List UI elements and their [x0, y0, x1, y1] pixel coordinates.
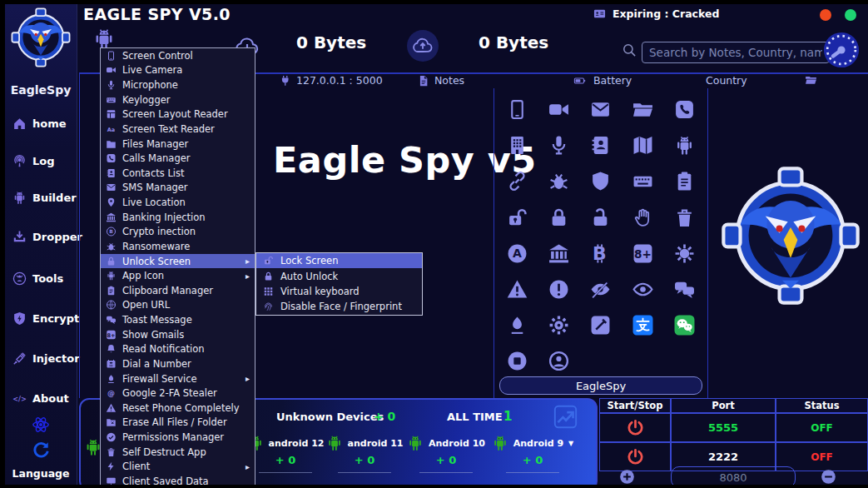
eye-icon[interactable] [632, 279, 653, 300]
menu-item-app-icon[interactable]: App Icon▸ [101, 268, 255, 283]
refresh-icon[interactable] [32, 441, 50, 459]
gauge-icon[interactable] [822, 31, 861, 69]
panel-footer-label[interactable]: EagleSpy [499, 376, 702, 395]
user-circle-icon[interactable] [548, 351, 569, 371]
status-dot-green[interactable] [845, 9, 856, 21]
mic-icon[interactable] [548, 135, 569, 156]
menu-item-banking-injection[interactable]: Banking Injection [101, 210, 255, 225]
chat-icon[interactable] [674, 279, 695, 300]
menu-item-unlock-screen[interactable]: Unlock Screen▸ [101, 254, 255, 269]
sidebar-item-log[interactable]: Log [12, 154, 55, 168]
menu-item-firewall-service[interactable]: Firewall Service▸ [101, 371, 255, 386]
contacts-icon[interactable] [590, 135, 611, 156]
start-stop-button[interactable] [599, 413, 671, 442]
trash-icon[interactable] [674, 207, 695, 228]
video-icon[interactable] [548, 99, 569, 120]
sidebar-item-builder[interactable]: Builder [12, 191, 77, 205]
sidebar-item-tools[interactable]: Tools [12, 271, 63, 286]
menu-item-live-location[interactable]: Live Location [101, 195, 255, 210]
menu-item-client[interactable]: Client▸ [101, 460, 255, 475]
menu-item-read-notification[interactable]: Read Notification [101, 342, 255, 357]
tablet-icon[interactable] [507, 99, 528, 120]
menu-item-erase-all-files-folder[interactable]: Erase All Files / Folder [101, 416, 255, 431]
column-notes[interactable]: Notes [418, 74, 464, 87]
remove-port-button[interactable] [821, 469, 836, 485]
menu-item-permissions-manager[interactable]: Permissions Manager [101, 430, 255, 445]
flame-icon[interactable] [507, 315, 528, 336]
menu-item-google-2-fa-stealer[interactable]: @Google 2-FA Stealer [101, 386, 255, 401]
menu-item-screen-layout-reader[interactable]: Screen Layout Reader [101, 107, 255, 122]
edit-icon[interactable] [590, 315, 611, 336]
atom-icon[interactable] [32, 416, 50, 434]
menu-item-open-url[interactable]: Open URL [101, 298, 255, 313]
status-dot-red[interactable] [820, 9, 831, 21]
menu-item-clipboard-manager[interactable]: Clipboard Manager [101, 283, 255, 298]
add-port-button[interactable] [619, 469, 635, 485]
column-server[interactable]: 127.0.0.1 : 5000 [280, 74, 383, 87]
menu-item-reset-phone-completely[interactable]: Reset Phone Completely [101, 401, 255, 416]
sidebar-item-encrypt[interactable]: Encrypt [12, 311, 79, 326]
virus-icon[interactable] [674, 243, 695, 264]
android-icon[interactable] [674, 135, 695, 156]
wechat-icon[interactable] [674, 315, 695, 336]
menu-item-contacts-list[interactable]: Contacts List [101, 166, 255, 181]
sidebar-item-about[interactable]: </>About [12, 391, 69, 406]
start-stop-button[interactable] [599, 442, 671, 471]
mail-icon[interactable] [590, 99, 611, 120]
stop-icon[interactable] [507, 351, 528, 371]
gplus-icon[interactable]: 8+ [632, 243, 653, 264]
podcast-icon [12, 154, 27, 168]
sidebar-item-dropper[interactable]: Dropper [12, 230, 82, 244]
alipay-icon[interactable] [632, 315, 653, 336]
submenu-item-auto-unlock[interactable]: Auto Unlock [256, 268, 422, 283]
menu-item-show-gmails[interactable]: 8+Show Gmails [101, 327, 255, 342]
gear-icon[interactable] [548, 315, 569, 336]
clipboard-icon[interactable] [674, 171, 695, 192]
chart-icon[interactable] [553, 405, 578, 429]
eye-off-icon[interactable] [590, 279, 611, 300]
bitcoin-icon[interactable]: B [590, 243, 611, 264]
circle-a-icon[interactable]: A [507, 243, 528, 264]
excl-circle-icon[interactable] [548, 279, 569, 300]
menu-item-dial-a-number[interactable]: Dial a Number [101, 356, 255, 371]
phone-square-icon[interactable] [674, 99, 695, 120]
menu-item-screen-text-reader[interactable]: AaScreen Text Reader [101, 122, 255, 137]
link-icon[interactable] [507, 171, 528, 192]
menu-item-microphone[interactable]: Microphone [101, 77, 255, 92]
ports-panel: Start/StopPortStatus5555OFF2222OFF [599, 398, 868, 488]
lock-icon[interactable] [548, 207, 569, 228]
submenu-item-virtual-keyboard[interactable]: Virtual keyboard [256, 284, 422, 299]
sidebar-item-injector[interactable]: Injector [12, 351, 80, 366]
search-input[interactable] [642, 42, 830, 63]
menu-item-live-camera[interactable]: Live Camera [101, 63, 255, 78]
column-files[interactable] [804, 74, 818, 86]
hand-icon[interactable] [632, 207, 653, 228]
keyboard-icon[interactable] [632, 171, 653, 192]
menu-item-keylogger[interactable]: Keylogger [101, 92, 255, 107]
menu-item-files-manager[interactable]: Files Manager [101, 137, 255, 152]
lock-keyhole-icon[interactable] [507, 207, 528, 228]
shield-icon[interactable] [590, 171, 611, 192]
sidebar-item-home[interactable]: home [12, 117, 67, 131]
bank-icon[interactable] [548, 243, 569, 264]
menu-item-sms-manager[interactable]: SMS Manager [101, 181, 255, 196]
language-label[interactable]: Language [5, 467, 77, 480]
keypad-icon[interactable] [507, 135, 528, 156]
column-country[interactable]: Country [706, 74, 747, 87]
menu-item-ransomeware[interactable]: Ransomeware [101, 239, 255, 254]
folder-open-icon[interactable] [632, 99, 653, 120]
menu-item-calls-manager[interactable]: Calls Manager [101, 151, 255, 166]
menu-item-label: Firewall Service [122, 373, 197, 385]
bug-icon[interactable] [548, 171, 569, 192]
menu-item-screen-control[interactable]: Screen Control [101, 48, 255, 63]
menu-item-crypto-inection[interactable]: BCrypto inection [101, 225, 255, 240]
column-battery[interactable]: Battery [571, 74, 632, 87]
menu-item-self-destruct-app[interactable]: Self Destruct App [101, 445, 255, 460]
menu-item-toast-message[interactable]: Toast Message [101, 312, 255, 327]
map-icon[interactable] [632, 135, 653, 156]
unlock-icon[interactable] [590, 207, 611, 228]
submenu-item-disable-face-fingerprint[interactable]: Disable Face / Fingerprint [256, 299, 422, 314]
warning-icon[interactable] [507, 279, 528, 300]
submenu-item-lock-screen[interactable]: Lock Screen [256, 253, 422, 268]
caret-down-icon[interactable]: ▼ [568, 440, 573, 447]
